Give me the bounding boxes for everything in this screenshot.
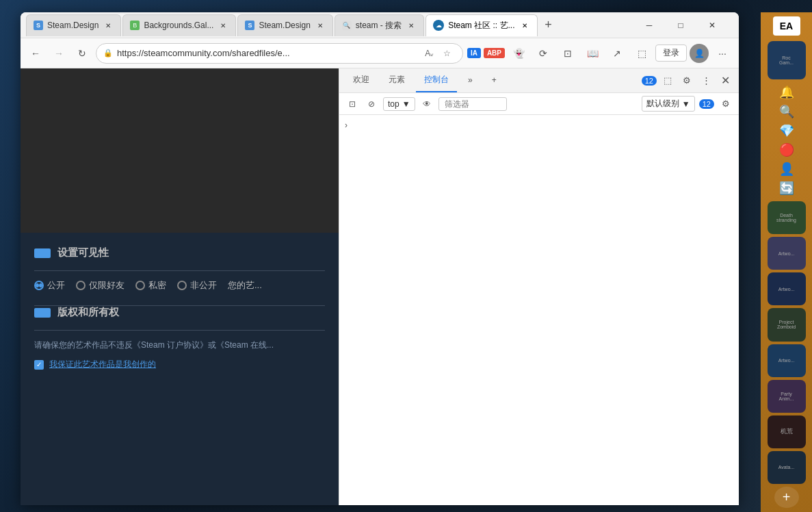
devtools-settings-icon-btn[interactable]: ⚙ [679,73,695,89]
refresh-button[interactable]: ↻ [73,44,92,63]
devtools-tab-welcome[interactable]: 欢迎 [345,68,378,92]
game-thumb-1[interactable]: RocGam... [768,41,806,79]
devtools-count-sm: 12 [699,99,714,109]
tab-steam-community[interactable]: ☁ Steam 社区 :: 艺... ✕ [425,14,537,36]
devtools-slash-btn[interactable]: ⊘ [364,97,379,112]
tab-label-1: Steam.Design [47,21,99,30]
url-bar[interactable]: 🔒 https://steamcommunity.com/sharedfiles… [96,43,463,64]
radio-public[interactable]: 公开 [34,279,65,292]
devtools-close-button[interactable]: ✕ [717,73,733,89]
devtools-tab-more[interactable]: » [460,68,481,92]
devtools-tab-elements[interactable]: 元素 [380,68,413,92]
ghost-extension-button[interactable]: 👻 [508,42,529,64]
tab-steam-design-1[interactable]: S Steam.Design ✕ [26,14,121,36]
tab-favicon-2: B [130,21,140,30]
browser-window: S Steam.Design ✕ B Backgrounds.Gal... ✕ … [21,12,739,505]
tab-close-3[interactable]: ✕ [315,20,326,31]
devtools-tab-add[interactable]: + [484,68,505,92]
back-button[interactable]: ← [26,44,45,63]
copyright-text: 请确保您的艺术作品不违反《Steam 订户协议》或《Steam 在线... [34,339,325,352]
split-view-button[interactable]: ⊡ [557,42,579,64]
user-avatar[interactable]: 👤 [690,44,709,63]
login-button[interactable]: 登录 [655,44,687,62]
radio-label-friends: 仅限好友 [89,279,125,292]
more-button[interactable]: ··· [711,42,733,64]
ea-badge[interactable]: EA [773,16,800,36]
radio-label-unlisted: 非公开 [190,279,217,292]
update-sidebar-icon[interactable]: 🔄 [779,181,794,196]
radio-label-public: 公开 [47,279,65,292]
default-level-arrow: ▼ [682,99,690,109]
tab-favicon-4: 🔍 [342,21,352,30]
share-button[interactable]: ↗ [606,42,628,64]
tab-close-4[interactable]: ✕ [406,20,417,31]
person-sidebar-icon[interactable]: 👤 [779,162,794,177]
tab-favicon-5: ☁ [433,20,444,31]
copyright-title: 版权和所有权 [57,306,119,319]
radio-private[interactable]: 私密 [135,279,166,292]
devtools-block-btn[interactable]: ⊡ [345,97,360,112]
devtools-toolbar-right: 12 ⬚ ⚙ ⋮ ✕ [642,73,733,89]
checkbox-row[interactable]: ✓ 我保证此艺术作品是我创作的 [34,359,325,370]
gem-icon[interactable]: 💎 [779,123,794,138]
devtools-gear-button[interactable]: ⚙ [718,97,733,112]
artwork-thumb-1[interactable]: Artwo... [768,237,806,270]
party-anim-thumb[interactable]: PartyAnim... [768,380,806,413]
steam-image-area [21,68,339,233]
avatar-thumb[interactable]: Avata... [768,451,806,484]
devtools-more-icon-btn[interactable]: ⋮ [698,73,714,89]
artwork-thumb-3[interactable]: Artwo... [768,344,806,377]
url-actions: Aᵥ ☆ [421,45,456,62]
favorite-button[interactable]: ☆ [439,45,456,62]
devtools-tab-console[interactable]: 控制台 [416,68,457,92]
read-view-button[interactable]: 📖 [581,42,603,64]
sidebar-plus-button[interactable]: + [774,487,799,508]
notification-bell-icon[interactable]: 🔔 [779,85,794,100]
read-aloud-button[interactable]: Aᵥ [421,45,438,62]
devtools-share-icon-btn[interactable]: ⬚ [659,73,676,89]
copyright-section: 版权和所有权 请确保您的艺术作品不违反《Steam 订户协议》或《Steam 在… [21,306,339,384]
steam-page: 设置可见性 公开 仅限好友 [21,68,339,505]
tab-steam-search[interactable]: 🔍 steam - 搜索 ✕ [335,14,424,36]
collections-button[interactable]: ⬚ [631,42,653,64]
abp-extension-button[interactable]: ABP [484,48,505,58]
tab-favicon-1: S [34,21,43,30]
tab-steam-design-3[interactable]: S Steam.Design ✕ [237,14,332,36]
tab-close-1[interactable]: ✕ [103,20,114,31]
alert-sidebar-icon[interactable]: 🔴 [779,142,794,157]
radio-label-art: 您的艺... [228,279,262,292]
devtools-eye-btn[interactable]: 👁 [419,97,434,112]
artwork-thumb-2[interactable]: Artwo... [768,272,806,305]
visibility-options: 公开 仅限好友 私密 非公开 [34,279,325,292]
forward-button[interactable]: → [49,44,68,63]
radio-unlisted[interactable]: 非公开 [177,279,217,292]
tab-close-5[interactable]: ✕ [519,20,530,31]
devtools-filter-input[interactable] [438,97,507,111]
project-zomboid-thumb[interactable]: ProjectZomboid [768,308,806,341]
toolbar-right: IA ABP 👻 ⟳ ⊡ 📖 ↗ ⬚ 登录 👤 ··· [467,42,733,64]
minimize-button[interactable]: ─ [633,14,665,36]
death-stranding-thumb[interactable]: Deathstranding [768,201,806,234]
sync-button[interactable]: ⟳ [532,42,554,64]
devtools-sidebar-arrow[interactable]: › [339,115,353,505]
close-button[interactable]: ✕ [696,14,728,36]
devtools-panel: 欢迎 元素 控制台 » + 12 ⬚ ⚙ ⋮ [339,68,739,505]
tab-backgrounds-gal[interactable]: B Backgrounds.Gal... ✕ [122,14,236,36]
ia-extension-button[interactable]: IA [467,48,481,58]
maximize-button[interactable]: □ [665,14,696,36]
visibility-icon [34,248,51,258]
jibo-thumb[interactable]: 机荒 [768,415,806,448]
visibility-header: 设置可见性 [34,246,325,259]
default-level-dropdown[interactable]: 默认级别 ▼ [642,96,695,112]
copyright-checkbox[interactable]: ✓ [34,360,44,370]
tab-close-2[interactable]: ✕ [218,20,228,31]
copyright-link[interactable]: 我保证此艺术作品是我创作的 [49,359,156,370]
devtools-error-count[interactable]: 12 [642,76,657,86]
top-dropdown[interactable]: top ▼ [383,97,415,111]
search-sidebar-icon[interactable]: 🔍 [779,104,794,119]
new-tab-button[interactable]: + [539,16,558,35]
radio-your-art[interactable]: 您的艺... [228,279,262,292]
checkbox-check-icon: ✓ [36,361,42,368]
title-bar: S Steam.Design ✕ B Backgrounds.Gal... ✕ … [21,12,739,38]
radio-friends-only[interactable]: 仅限好友 [76,279,125,292]
